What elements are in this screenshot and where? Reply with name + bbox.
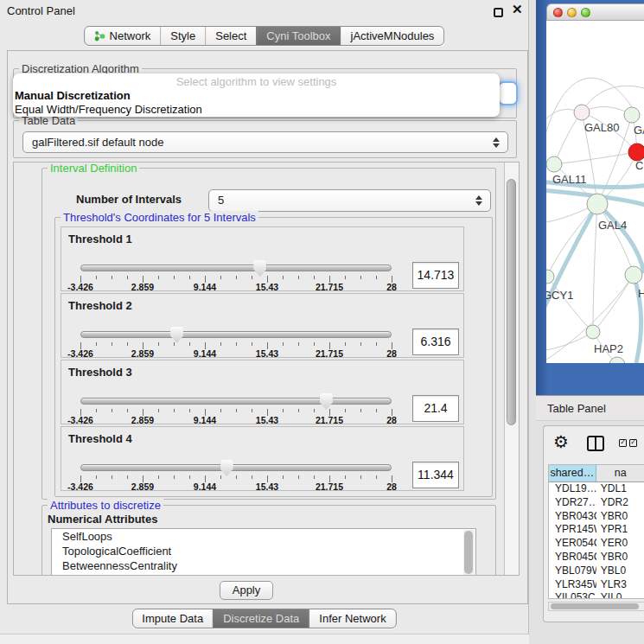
tab-network[interactable]: Network — [85, 27, 161, 45]
network-canvas[interactable]: GAL80GACGAL11GAL4GCY1HHAP2 — [546, 21, 644, 363]
slider-tick-labels: -3.4262.8599.14415.4321.71528 — [80, 415, 392, 425]
group-title-threshold-coordinates: Threshold's Coordinates for 5 Intervals — [61, 211, 258, 224]
cell-name: YER0 — [596, 537, 644, 551]
tick-label: 21.715 — [316, 415, 343, 425]
network-node-c[interactable] — [628, 143, 644, 161]
node-label: GAL80 — [584, 121, 619, 134]
algorithm-option[interactable]: Equal Width/Frequency Discretization — [13, 103, 500, 117]
tab-infer-network[interactable]: Infer Network — [309, 609, 395, 628]
algorithm-combobox-focus-fragment[interactable] — [500, 83, 516, 104]
tick-label: 2.859 — [131, 481, 154, 492]
network-node-gal11[interactable] — [546, 156, 562, 172]
slider-thumb-icon[interactable] — [220, 460, 233, 476]
settings-vertical-scrollbar[interactable] — [504, 163, 519, 575]
split-columns-icon[interactable] — [587, 436, 604, 451]
network-node-hap2[interactable] — [586, 325, 600, 339]
attribute-list-item[interactable]: BetweennessCentrality — [52, 558, 475, 573]
table-row[interactable]: YDL19…YDL1 — [549, 482, 644, 496]
table-row[interactable]: YIL053CYIL0 — [549, 591, 644, 599]
threshold-value-field[interactable]: 14.713 — [412, 262, 459, 289]
threshold-slider[interactable] — [80, 464, 392, 473]
slider-thumb-icon[interactable] — [170, 327, 183, 343]
threshold-row: Threshold 3-3.4262.8599.14415.4321.71528… — [61, 360, 464, 424]
cyni-toolbox-pane: Discretization Algorithm Select algorith… — [7, 50, 528, 604]
threshold-value-field[interactable]: 6.316 — [412, 328, 459, 355]
threshold-slider[interactable] — [80, 398, 392, 406]
tab-label: Network — [110, 29, 151, 42]
minimize-traffic-light-icon[interactable] — [567, 8, 577, 17]
tab-label: Infer Network — [319, 612, 386, 625]
table-row[interactable]: YER054CYER0 — [549, 537, 644, 551]
network-node-gcy1[interactable] — [546, 270, 554, 284]
algorithm-option[interactable]: Manual Discretization — [13, 89, 500, 103]
node-attribute-table: shared… na YDL19…YDL1YDR27…YDR2YBR043CYB… — [548, 464, 644, 599]
tab-impute-data[interactable]: Impute Data — [132, 609, 213, 628]
attribute-list-item[interactable]: SelfLoops — [52, 529, 475, 544]
cell-shared-name: YDL19… — [549, 482, 596, 496]
column-header-name[interactable]: na — [596, 465, 644, 481]
tick-label: -3.426 — [67, 415, 93, 425]
tick-label: 2.859 — [131, 282, 154, 292]
table-row[interactable]: YLR345WYLR3 — [549, 578, 644, 592]
window-title: Control Panel — [7, 4, 75, 17]
float-window-icon[interactable] — [494, 8, 503, 17]
cell-name: YDL1 — [596, 482, 644, 496]
tick-label: 21.715 — [316, 282, 343, 292]
tick-label: 28 — [386, 415, 397, 425]
interval-definition-group: Interval Definition Number of Intervals … — [41, 168, 496, 500]
apply-button[interactable]: Apply — [220, 581, 273, 600]
network-icon — [94, 30, 105, 41]
cell-name: YBL0 — [596, 564, 644, 578]
threshold-slider[interactable] — [80, 265, 392, 273]
table-data-combobox[interactable]: galFiltered.sif default node — [22, 131, 508, 153]
attributes-list-scrollbar[interactable] — [463, 530, 475, 576]
zoom-traffic-light-icon[interactable] — [581, 8, 590, 17]
table-row[interactable]: YBL079WYBL0 — [549, 564, 644, 578]
threshold-coordinates-group: Threshold's Coordinates for 5 Intervals … — [54, 217, 493, 497]
cell-name: YDR2 — [596, 496, 644, 510]
table-horizontal-scrollbar[interactable] — [548, 602, 644, 611]
tab-select[interactable]: Select — [205, 27, 256, 45]
cell-shared-name: YLR345W — [549, 578, 596, 592]
tick-label: 21.715 — [316, 481, 343, 492]
slider-tick-labels: -3.4262.8599.14415.4321.71528 — [80, 348, 392, 359]
slider-tick-labels: -3.4262.8599.14415.4321.71528 — [80, 282, 392, 292]
threshold-label: Threshold 3 — [68, 366, 132, 379]
tab-style[interactable]: Style — [160, 27, 205, 45]
network-view-window: GAL80GACGAL11GAL4GCY1HHAP2 — [536, 0, 644, 395]
slider-track[interactable] — [80, 331, 392, 338]
close-traffic-light-icon[interactable] — [553, 8, 563, 17]
column-header-shared-name[interactable]: shared… — [549, 465, 596, 481]
attribute-list-item[interactable]: TopologicalCoefficient — [52, 544, 475, 558]
table-row[interactable]: YBR043CYBR0 — [549, 510, 644, 524]
tab-jactivemnodules[interactable]: jActiveMNodules — [341, 27, 444, 45]
tab-cyni-toolbox[interactable]: Cyni Toolbox — [256, 27, 340, 45]
threshold-value-field[interactable]: 21.4 — [412, 395, 459, 422]
algorithm-placeholder-option[interactable]: Select algorithm to view settings — [13, 75, 500, 89]
select-columns-icons[interactable]: ✓ ✓ — [619, 439, 637, 447]
tab-discretize-data[interactable]: Discretize Data — [213, 609, 309, 628]
cell-name: YPR1 — [596, 523, 644, 537]
tab-label: Impute Data — [142, 612, 203, 625]
threshold-value-field[interactable]: 11.344 — [412, 462, 459, 488]
threshold-row: Threshold 4-3.4262.8599.14415.4321.71528… — [61, 426, 464, 491]
table-row[interactable]: YDR27…YDR2 — [549, 496, 644, 510]
table-row[interactable]: YBR045CYBR0 — [549, 551, 644, 564]
number-of-intervals-combobox[interactable]: 5 — [208, 189, 491, 212]
slider-thumb-icon[interactable] — [253, 260, 266, 277]
slider-thumb-icon[interactable] — [320, 393, 333, 410]
network-node-ga[interactable] — [624, 107, 640, 123]
network-node-h[interactable] — [625, 266, 642, 284]
network-node-gal80[interactable] — [574, 105, 590, 120]
close-icon[interactable]: ✕ — [512, 2, 523, 17]
gear-icon[interactable]: ⚙ — [553, 432, 569, 451]
slider-track[interactable] — [80, 265, 392, 271]
threshold-slider[interactable] — [80, 331, 392, 340]
tick-label: 9.144 — [194, 348, 216, 359]
node-label: GA — [634, 124, 644, 137]
table-panel-body: ⚙ ✓ ✓ shared… na YDL19…YDL1YDR27…YDR2YBR… — [543, 425, 644, 622]
network-node-gal4[interactable] — [587, 194, 608, 214]
slider-track[interactable] — [80, 398, 392, 405]
slider-track[interactable] — [80, 464, 392, 471]
table-row[interactable]: YPR145WYPR1 — [549, 523, 644, 537]
